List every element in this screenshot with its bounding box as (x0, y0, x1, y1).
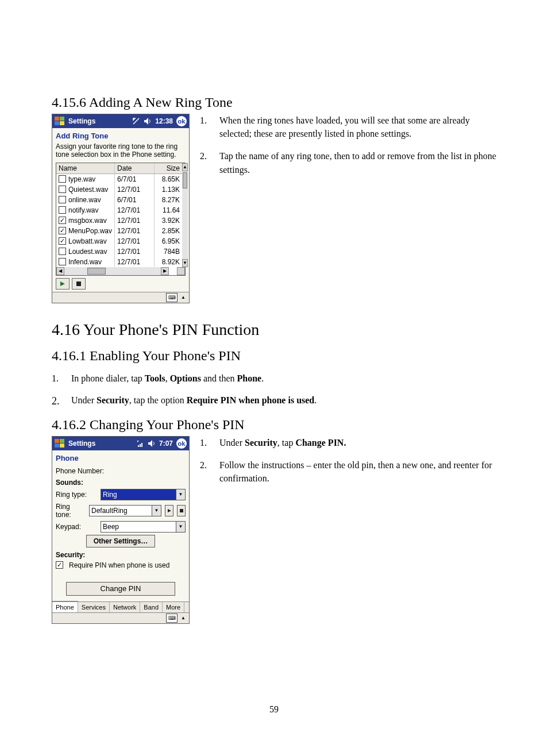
list-number: 2. (200, 458, 209, 485)
tab-more[interactable]: More (163, 602, 184, 612)
file-size: 8.92K (155, 257, 182, 267)
instructions-4162: 1. Under Security, tap Change PIN. 2. Fo… (200, 436, 496, 495)
file-list-row[interactable]: ✓Lowbatt.wav12/7/016.95K (56, 236, 182, 246)
file-date: 12/7/01 (115, 184, 155, 195)
file-date: 12/7/01 (115, 215, 155, 226)
file-name: online.wav (68, 196, 101, 204)
file-checkbox[interactable] (59, 258, 66, 265)
file-size: 6.95K (155, 236, 182, 246)
tab-network[interactable]: Network (110, 602, 140, 612)
chevron-down-icon: ▼ (176, 522, 185, 532)
svg-rect-2 (55, 121, 59, 125)
column-name[interactable]: Name (56, 163, 115, 173)
file-checkbox[interactable]: ✓ (59, 237, 66, 245)
file-list-row[interactable]: online.wav6/7/018.27K (56, 195, 182, 205)
svg-rect-12 (180, 509, 183, 512)
scroll-left-icon[interactable]: ◀ (56, 267, 64, 275)
enable-pin-steps: 1. In phone dialer, tap Tools, Options a… (52, 372, 496, 409)
keyboard-icon[interactable]: ⌨ (166, 293, 177, 302)
sip-up-icon[interactable]: ▲ (180, 614, 187, 622)
file-date: 12/7/01 (115, 246, 155, 257)
svg-rect-7 (55, 443, 59, 448)
file-list-row[interactable]: ✓MenuPop.wav12/7/012.85K (56, 226, 182, 236)
ok-button[interactable]: ok (176, 116, 187, 126)
other-settings-button[interactable]: Other Settings… (86, 535, 156, 547)
file-checkbox[interactable] (59, 206, 66, 214)
ring-tone-label: Ring tone: (56, 503, 86, 519)
titlebar-title: Settings (68, 117, 129, 125)
scroll-right-icon[interactable]: ▶ (161, 267, 169, 275)
file-date: 6/7/01 (115, 195, 155, 205)
file-list-row[interactable]: Quietest.wav12/7/011.13K (56, 184, 182, 195)
scroll-down-icon[interactable]: ▼ (182, 259, 188, 267)
screen-subtitle: Phone (52, 450, 189, 465)
require-pin-checkbox[interactable]: ✓ (56, 561, 63, 569)
titlebar-title: Settings (68, 439, 133, 448)
tab-band[interactable]: Band (140, 602, 163, 612)
change-pin-button[interactable]: Change PIN (66, 582, 175, 596)
screenshot-add-ring-tone: Settings 12:38 ok Add Ring Tone Assign y… (52, 114, 190, 303)
screen-description: Assign your favorite ring tone to the ri… (52, 142, 189, 163)
file-list-row[interactable]: ✓msgbox.wav12/7/013.92K (56, 215, 182, 226)
file-list-row[interactable]: notify.wav12/7/0111.64 (56, 205, 182, 215)
svg-rect-9 (138, 445, 139, 447)
file-date: 12/7/01 (115, 205, 155, 215)
vertical-scrollbar[interactable]: ▲ ▼ (182, 163, 188, 267)
require-pin-label: Require PIN when phone is used (69, 561, 169, 569)
heading-4156: 4.15.6 Adding A New Ring Tone (52, 95, 496, 110)
file-list-row[interactable]: type.wav6/7/018.65K (56, 174, 182, 184)
file-name: Quietest.wav (68, 186, 108, 194)
file-checkbox[interactable]: ✓ (59, 217, 66, 224)
file-checkbox[interactable] (59, 196, 66, 203)
file-size: 1.13K (155, 184, 182, 195)
signal-icon (132, 117, 140, 125)
file-name: Infend.wav (68, 258, 102, 266)
titlebar-time: 12:38 (155, 117, 173, 125)
keyboard-icon[interactable]: ⌨ (166, 614, 177, 623)
file-checkbox[interactable]: ✓ (59, 227, 66, 234)
scroll-up-icon[interactable]: ▲ (182, 163, 188, 171)
instruction-text: Tap the name of any ring tone, then to a… (219, 149, 496, 176)
heading-416: 4.16 Your Phone's PIN Function (52, 321, 496, 339)
tab-bar: Phone Services Network Band More (52, 601, 189, 612)
horizontal-scrollbar[interactable]: ◀ ▶ (56, 267, 169, 275)
instruction-text: When the ring tones have loaded, you wil… (219, 114, 496, 140)
list-number: 1. (200, 114, 209, 140)
file-checkbox[interactable] (59, 248, 66, 255)
file-name: notify.wav (68, 206, 98, 214)
file-list-row[interactable]: Loudest.wav12/7/01784B (56, 246, 182, 257)
file-name: Lowbatt.wav (68, 237, 107, 245)
svg-rect-11 (141, 443, 142, 447)
ok-button[interactable]: ok (176, 438, 187, 449)
ring-type-dropdown[interactable]: Ring ▼ (101, 489, 186, 500)
screenshot-phone-settings: Settings 7:07 ok (52, 436, 190, 624)
tab-phone[interactable]: Phone (52, 601, 78, 612)
file-size: 784B (155, 246, 182, 257)
svg-rect-4 (76, 281, 81, 286)
play-button[interactable] (165, 505, 173, 516)
phone-number-label: Phone Number: (56, 467, 104, 475)
stop-button[interactable] (72, 278, 86, 290)
svg-rect-5 (55, 439, 59, 443)
file-checkbox[interactable] (59, 186, 66, 193)
chevron-down-icon: ▼ (152, 506, 161, 516)
list-number: 1. (52, 372, 61, 385)
file-size: 11.64 (155, 205, 182, 215)
file-list-row[interactable]: Infend.wav12/7/018.92K (56, 257, 182, 267)
sip-up-icon[interactable]: ▲ (180, 294, 187, 302)
keypad-dropdown[interactable]: Beep ▼ (101, 521, 186, 533)
ring-type-label: Ring type: (56, 491, 97, 499)
titlebar-time: 7:07 (159, 439, 173, 448)
tab-services[interactable]: Services (78, 602, 110, 612)
column-date[interactable]: Date (115, 163, 155, 173)
instructions-4156: 1. When the ring tones have loaded, you … (200, 114, 496, 186)
file-size: 8.27K (155, 195, 182, 205)
ring-tone-dropdown[interactable]: DefaultRing ▼ (89, 505, 161, 516)
file-checkbox[interactable] (59, 175, 66, 183)
play-button[interactable] (56, 278, 70, 290)
media-controls (52, 276, 189, 292)
file-size: 8.65K (155, 174, 182, 184)
column-size[interactable]: Size (155, 163, 182, 173)
file-date: 6/7/01 (115, 174, 155, 184)
stop-button[interactable] (177, 505, 186, 516)
